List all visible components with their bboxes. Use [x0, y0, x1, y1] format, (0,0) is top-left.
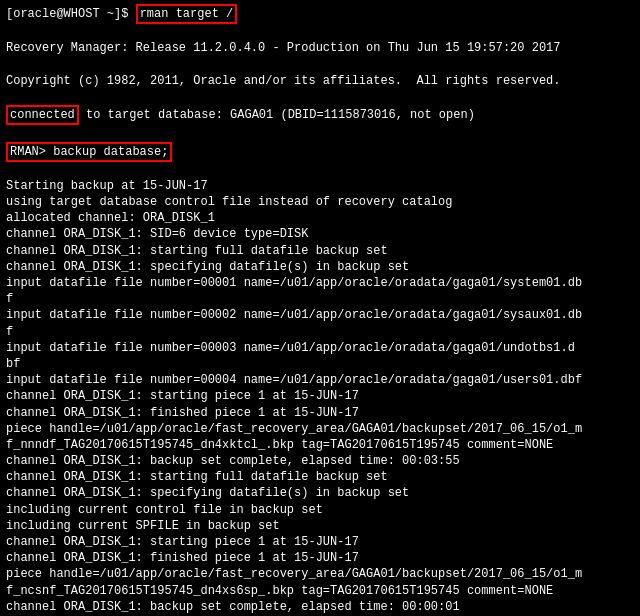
terminal-line: f	[6, 291, 634, 307]
rman-cmd-highlight: RMAN> backup database;	[6, 142, 172, 162]
terminal-line: channel ORA_DISK_1: finished piece 1 at …	[6, 405, 634, 421]
prompt-prefix: [oracle@WHOST ~]$	[6, 7, 136, 21]
terminal-line: channel ORA_DISK_1: starting piece 1 at …	[6, 388, 634, 404]
terminal-line: input datafile file number=00004 name=/u…	[6, 372, 634, 388]
terminal-line: f	[6, 324, 634, 340]
terminal-line: channel ORA_DISK_1: backup set complete,…	[6, 599, 634, 615]
terminal-line: Starting backup at 15-JUN-17	[6, 178, 634, 194]
terminal-line: f_nnndf_TAG20170615T195745_dn4xktcl_.bkp…	[6, 437, 634, 453]
terminal: [oracle@WHOST ~]$ rman target / Recovery…	[0, 0, 640, 616]
command-highlight: rman target /	[136, 4, 238, 24]
terminal-line	[6, 24, 634, 40]
terminal-line: f_ncsnf_TAG20170615T195745_dn4xs6sp_.bkp…	[6, 583, 634, 599]
terminal-line: bf	[6, 356, 634, 372]
terminal-line: channel ORA_DISK_1: finished piece 1 at …	[6, 550, 634, 566]
connected-rest: to target database: GAGA01 (DBID=1115873…	[79, 108, 475, 122]
terminal-line: including current control file in backup…	[6, 502, 634, 518]
terminal-line: channel ORA_DISK_1: starting full datafi…	[6, 469, 634, 485]
terminal-line-connected: connected to target database: GAGA01 (DB…	[6, 105, 634, 125]
terminal-line: channel ORA_DISK_1: starting piece 1 at …	[6, 534, 634, 550]
terminal-line: channel ORA_DISK_1: starting full datafi…	[6, 243, 634, 259]
terminal-line	[6, 125, 634, 141]
terminal-line: using target database control file inste…	[6, 194, 634, 210]
terminal-line: input datafile file number=00003 name=/u…	[6, 340, 634, 356]
terminal-line: including current SPFILE in backup set	[6, 518, 634, 534]
terminal-line	[6, 89, 634, 105]
terminal-line	[6, 57, 634, 73]
terminal-line: Recovery Manager: Release 11.2.0.4.0 - P…	[6, 40, 634, 56]
terminal-line: channel ORA_DISK_1: specifying datafile(…	[6, 485, 634, 501]
terminal-line: [oracle@WHOST ~]$ rman target /	[6, 4, 634, 24]
terminal-line: piece handle=/u01/app/oracle/fast_recove…	[6, 421, 634, 437]
terminal-line: piece handle=/u01/app/oracle/fast_recove…	[6, 566, 634, 582]
terminal-line: Copyright (c) 1982, 2011, Oracle and/or …	[6, 73, 634, 89]
terminal-line: input datafile file number=00001 name=/u…	[6, 275, 634, 291]
connected-highlight: connected	[6, 105, 79, 125]
terminal-line: input datafile file number=00002 name=/u…	[6, 307, 634, 323]
terminal-line: channel ORA_DISK_1: backup set complete,…	[6, 453, 634, 469]
terminal-rman-prompt: RMAN> backup database;	[6, 142, 634, 162]
terminal-line: allocated channel: ORA_DISK_1	[6, 210, 634, 226]
terminal-line: channel ORA_DISK_1: specifying datafile(…	[6, 259, 634, 275]
terminal-line: channel ORA_DISK_1: SID=6 device type=DI…	[6, 226, 634, 242]
terminal-line	[6, 162, 634, 178]
